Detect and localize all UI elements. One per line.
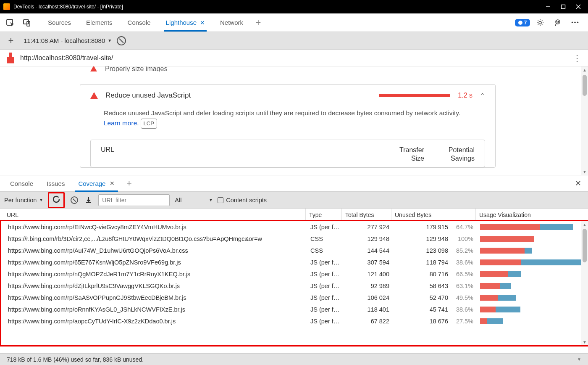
svg-point-7 — [539, 21, 541, 24]
reload-button[interactable] — [48, 192, 65, 208]
audit-header[interactable]: Reduce unused JavaScript 1.2 s ⌃ — [80, 85, 495, 106]
feedback-icon[interactable] — [552, 18, 564, 28]
more-icon[interactable]: ••• — [570, 18, 581, 28]
cell-type: JS (per f… — [307, 271, 343, 278]
cell-type: JS (per f… — [307, 224, 343, 230]
cell-unused: 45 741 — [393, 306, 452, 313]
col-unused[interactable]: Unused Bytes — [391, 209, 476, 221]
cell-total: 277 924 — [343, 224, 393, 230]
cell-type: CSS — [307, 235, 343, 242]
type-filter-select[interactable]: All▼ — [175, 197, 213, 204]
lighthouse-report: Properly size images Reduce unused JavaS… — [0, 66, 588, 175]
table-row[interactable]: https://www.bing.com/rp/AuI74W_D1uhwU6rt… — [1, 245, 587, 257]
table-row[interactable]: https://www.bing.com/rp/dZjILkprlU9sC9Va… — [1, 280, 587, 292]
clear-coverage-icon[interactable] — [70, 196, 79, 205]
col-savings: PotentialSavings — [424, 146, 475, 163]
cell-unused: 80 716 — [393, 271, 452, 278]
drawer-add-tab[interactable]: + — [121, 178, 136, 189]
timing-bar — [379, 94, 450, 97]
tab-lighthouse[interactable]: Lighthouse✕ — [158, 13, 213, 32]
table-row[interactable]: https://www.bing.com/rp/SaASvOPPupnGJ9St… — [1, 292, 587, 304]
drawer-tab-console[interactable]: Console — [3, 175, 40, 191]
cell-viz — [477, 224, 587, 230]
tab-network[interactable]: Network — [213, 13, 251, 32]
col-type[interactable]: Type — [306, 209, 342, 221]
cell-total: 118 401 — [343, 306, 393, 313]
add-tab-button[interactable]: + — [251, 13, 266, 32]
cell-unused: 52 470 — [393, 294, 452, 301]
close-icon[interactable]: ✕ — [110, 180, 115, 187]
cell-url: https://www.bing.com/rp/SaASvOPPupnGJ9St… — [5, 294, 307, 301]
col-total[interactable]: Total Bytes — [342, 209, 391, 221]
drawer-close-button[interactable]: ✕ — [572, 179, 585, 188]
cell-unused: 129 948 — [393, 235, 452, 242]
tab-elements[interactable]: Elements — [79, 13, 120, 32]
cell-total: 67 822 — [343, 318, 393, 325]
table-row[interactable]: https://r.bing.com/rb/3D/cir2,cc,.../Lzu… — [1, 233, 587, 245]
cell-type: JS (per f… — [307, 294, 343, 301]
coverage-toolbar: Per function▼ All▼ Content scripts — [0, 192, 588, 209]
svg-rect-1 — [562, 5, 565, 9]
tab-sources[interactable]: Sources — [40, 13, 79, 32]
status-bar: 718 kB of 1.6 MB (46%) used so far, 836 … — [0, 353, 588, 365]
maximize-button[interactable] — [559, 3, 567, 11]
table-row[interactable]: https://www.bing.com/rp/EtNwcQ-vieGvcy8m… — [1, 221, 587, 233]
warning-icon — [90, 66, 97, 71]
cell-type: JS (per f… — [307, 283, 343, 289]
coverage-mode-select[interactable]: Per function▼ — [4, 197, 43, 204]
cell-unused: 123 098 — [393, 247, 452, 254]
url-filter-input[interactable] — [98, 194, 170, 206]
close-button[interactable] — [575, 3, 582, 11]
status-text: 718 kB of 1.6 MB (46%) used so far, 836 … — [7, 356, 144, 363]
cell-url: https://www.bing.com/rp/AuI74W_D1uhwU6rt… — [5, 247, 307, 254]
minimize-button[interactable] — [544, 3, 552, 11]
report-menu-icon[interactable]: ⋮ — [573, 53, 581, 63]
cell-viz — [477, 318, 587, 324]
table-row[interactable]: https://www.bing.com/rp/nQgMOPZdJeR1m7Y1… — [1, 268, 587, 280]
cell-pct: 66.5% — [452, 271, 477, 278]
content-scripts-checkbox[interactable]: Content scripts — [218, 197, 267, 204]
table-row[interactable]: /mapcontrol?callback=GetMap&key=Ap_eazGg… — [1, 327, 587, 330]
inspect-icon[interactable] — [5, 18, 15, 28]
coverage-scrollbar[interactable]: ▲ ▼ — [581, 221, 588, 345]
cell-total: 307 594 — [343, 259, 393, 266]
table-row[interactable]: https://www.bing.com/rp/65E767KsnWljO5pZ… — [1, 257, 587, 268]
report-selector[interactable]: 11:41:08 AM - localhost:8080▼ — [24, 37, 112, 44]
device-toggle-icon[interactable] — [22, 18, 32, 28]
new-report-button[interactable]: + — [3, 35, 18, 46]
svg-point-10 — [558, 21, 559, 21]
col-url[interactable]: URL — [3, 209, 306, 221]
cell-total: 106 024 — [343, 294, 393, 301]
close-icon[interactable]: ✕ — [200, 19, 205, 26]
cell-url: https://www.bing.com/rp/EtNwcQ-vieGvcy8m… — [5, 224, 307, 230]
svg-rect-5 — [24, 20, 29, 24]
export-icon[interactable] — [84, 196, 93, 205]
tab-console[interactable]: Console — [120, 13, 158, 32]
cell-pct: 49.5% — [452, 294, 477, 301]
cell-type: JS (per f… — [307, 318, 343, 325]
col-transfer: TransferSize — [374, 146, 424, 163]
coverage-table: https://www.bing.com/rp/EtNwcQ-vieGvcy8m… — [0, 221, 588, 346]
drawer-tab-coverage[interactable]: Coverage✕ — [71, 175, 121, 191]
table-row[interactable]: https://www.bing.com/rp/oRnnfKYAsGL0_JSh… — [1, 304, 587, 315]
table-row[interactable]: https://www.bing.com/rp/aopcCyTUdY-IrIC-… — [1, 315, 587, 327]
report-bar: + 11:41:08 AM - localhost:8080▼ — [0, 32, 588, 50]
drawer-tab-issues[interactable]: Issues — [40, 175, 71, 191]
issues-badge[interactable]: 7 — [517, 18, 528, 28]
cell-pct: 63.1% — [452, 283, 477, 289]
cell-url: https://www.bing.com/rp/nQgMOPZdJeR1m7Y1… — [5, 271, 307, 278]
learn-more-link[interactable]: Learn more — [104, 119, 137, 127]
window-title: DevTools - localhost:8080/travel-site/ -… — [13, 4, 544, 10]
col-viz[interactable]: Usage Visualization — [476, 209, 588, 221]
audit-row-prev[interactable]: Properly size images — [80, 66, 496, 71]
settings-icon[interactable] — [534, 18, 546, 28]
report-scrollbar[interactable]: ▲ ▼ — [581, 66, 588, 175]
cell-total: 144 544 — [343, 247, 393, 254]
clear-icon[interactable] — [117, 36, 126, 45]
cell-viz — [477, 236, 587, 242]
chevron-up-icon[interactable]: ⌃ — [480, 92, 485, 99]
cell-pct: 38.6% — [452, 259, 477, 266]
cell-pct: 27.5% — [452, 318, 477, 325]
report-url: http://localhost:8080/travel-site/ — [20, 54, 567, 62]
lighthouse-icon — [7, 53, 14, 63]
